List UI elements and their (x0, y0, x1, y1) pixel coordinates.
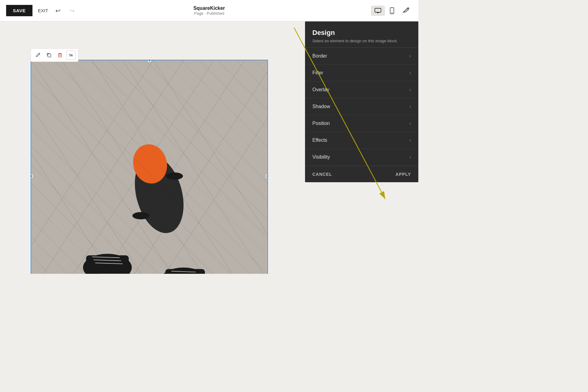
effects-label: Effects (312, 138, 327, 143)
save-button[interactable]: SAVE (6, 5, 32, 16)
panel-subtitle: Select an element to design on this imag… (312, 39, 411, 43)
visibility-label: Visibility (312, 154, 330, 160)
duplicate-icon (47, 53, 51, 58)
svg-rect-30 (86, 255, 129, 271)
svg-rect-11 (31, 60, 267, 274)
undo-button[interactable]: ↩ (52, 5, 63, 16)
svg-rect-7 (48, 54, 51, 57)
svg-line-32 (94, 260, 121, 261)
svg-line-15 (123, 60, 267, 274)
svg-point-34 (161, 267, 206, 274)
desktop-view-button[interactable] (371, 6, 385, 16)
svg-line-36 (172, 271, 196, 272)
panel-footer: CANCEL APPLY (305, 166, 418, 182)
overlay-label: Overlay (312, 87, 329, 92)
svg-line-17 (31, 60, 153, 274)
svg-rect-39 (98, 273, 132, 274)
topbar-right (371, 5, 412, 17)
overlay-chevron: › (409, 87, 411, 92)
handle-middle-right[interactable] (266, 175, 268, 178)
canvas: 5k (0, 21, 418, 274)
design-mode-button[interactable] (399, 5, 412, 17)
svg-point-26 (129, 141, 171, 187)
page-info: Page · Published (193, 11, 225, 16)
svg-line-14 (92, 60, 244, 274)
svg-line-22 (123, 60, 267, 274)
panel-item-border[interactable]: Border › (305, 48, 418, 65)
handle-middle-left[interactable] (31, 175, 33, 178)
svg-line-19 (31, 60, 183, 274)
svg-line-12 (31, 60, 183, 274)
svg-point-25 (127, 150, 191, 238)
filter-chevron: › (409, 70, 411, 76)
exit-button[interactable]: EXIT (38, 8, 48, 13)
panel-item-effects[interactable]: Effects › (305, 132, 418, 149)
edit-icon (36, 53, 40, 58)
svg-line-16 (153, 60, 267, 274)
sk-button[interactable]: 5k (66, 51, 76, 60)
svg-line-33 (95, 263, 123, 264)
topbar: SAVE EXIT ↩ ↪ SquareKicker Page · Publis… (0, 0, 418, 21)
svg-line-23 (31, 60, 153, 274)
delete-icon (58, 53, 62, 58)
effects-chevron: › (409, 138, 411, 143)
svg-line-13 (62, 60, 214, 274)
svg-line-18 (31, 60, 123, 274)
handle-top-center[interactable] (148, 60, 151, 62)
position-chevron: › (409, 121, 411, 126)
panel-item-visibility[interactable]: Visibility › (305, 149, 418, 166)
delete-element-button[interactable] (55, 51, 65, 60)
svg-point-28 (166, 172, 183, 180)
undo-redo-group: ↩ ↪ (52, 5, 77, 16)
panel-header: Design Select an element to design on th… (305, 21, 418, 48)
image-block[interactable] (31, 60, 268, 274)
panel-item-filter[interactable]: Filter › (305, 65, 418, 81)
mobile-icon (390, 7, 394, 14)
panel-item-overlay[interactable]: Overlay › (305, 81, 418, 98)
svg-line-31 (92, 257, 120, 258)
svg-point-29 (83, 254, 132, 274)
page-title: SquareKicker Page · Published (193, 6, 225, 16)
position-label: Position (312, 121, 330, 126)
svg-line-24 (153, 60, 267, 274)
desktop-icon (375, 8, 381, 13)
cancel-button[interactable]: CANCEL (312, 172, 332, 177)
svg-line-21 (92, 60, 244, 274)
svg-line-5 (407, 8, 409, 9)
apply-button[interactable]: APPLY (396, 172, 411, 177)
site-name: SquareKicker (193, 6, 225, 11)
panel-title: Design (312, 29, 411, 37)
shadow-chevron: › (409, 104, 411, 109)
skate-scene-svg (31, 60, 267, 274)
edit-element-button[interactable] (33, 51, 43, 60)
redo-button[interactable]: ↪ (66, 5, 77, 16)
svg-rect-35 (165, 269, 205, 274)
visibility-chevron: › (409, 154, 411, 160)
svg-line-20 (62, 60, 214, 274)
svg-rect-8 (58, 54, 62, 57)
mobile-view-button[interactable] (386, 5, 398, 16)
svg-rect-0 (375, 8, 381, 12)
panel-item-shadow[interactable]: Shadow › (305, 98, 418, 115)
panel-item-position[interactable]: Position › (305, 115, 418, 132)
shadow-label: Shadow (312, 104, 330, 109)
border-label: Border (312, 53, 327, 59)
design-panel: Design Select an element to design on th… (305, 21, 418, 182)
svg-point-27 (132, 212, 149, 219)
skate-image (31, 60, 267, 274)
design-icon (402, 6, 409, 13)
element-toolbar: 5k (31, 48, 78, 62)
duplicate-element-button[interactable] (44, 51, 54, 60)
filter-label: Filter (312, 70, 323, 76)
border-chevron: › (409, 53, 411, 59)
panel-items: Border › Filter › Overlay › Shadow › Pos… (305, 48, 418, 166)
